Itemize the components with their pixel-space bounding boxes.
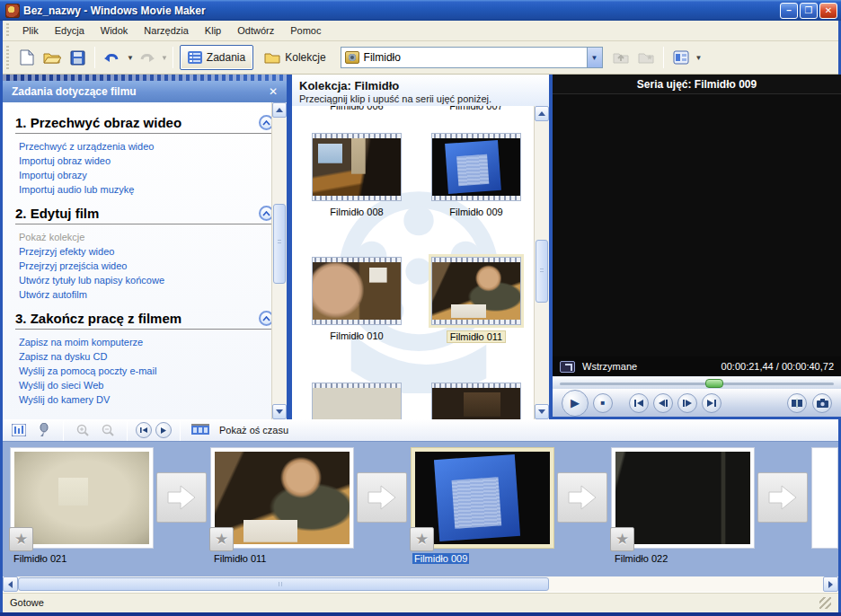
collection-scrollbar[interactable] [534, 106, 549, 419]
scroll-thumb[interactable] [18, 577, 549, 591]
link-send-dv[interactable]: Wyślij do kamery DV [19, 392, 276, 407]
redo-button[interactable] [135, 46, 158, 69]
zoom-in-button[interactable] [73, 421, 93, 439]
split-clip-button[interactable] [787, 393, 807, 413]
narrate-timeline-button[interactable] [34, 421, 54, 439]
collections-toggle-button[interactable]: Kolekcje [257, 45, 332, 70]
take-picture-button[interactable] [812, 393, 832, 413]
show-timeline-button[interactable] [190, 421, 211, 439]
empty-clip-slot[interactable] [811, 447, 838, 549]
play-storyboard-button[interactable] [155, 422, 172, 438]
link-view-transitions[interactable]: Przejrzyj przejścia wideo [19, 259, 276, 273]
seek-thumb[interactable] [705, 379, 723, 388]
views-dropdown-arrow[interactable]: ▼ [695, 54, 703, 62]
link-save-computer[interactable]: Zapisz na moim komputerze [19, 335, 276, 349]
combo-dropdown-arrow[interactable]: ▼ [587, 48, 602, 67]
stop-button[interactable]: ■ [593, 393, 613, 413]
link-make-titles[interactable]: Utwórz tytuły lub napisy końcowe [19, 273, 276, 287]
scroll-down-button[interactable] [272, 404, 287, 419]
taskpane-scrollbar[interactable] [271, 102, 287, 419]
parent-collection-button[interactable] [609, 46, 633, 69]
video-display[interactable] [553, 94, 841, 356]
effect-star-icon[interactable]: ★ [209, 527, 234, 551]
minimize-button[interactable]: – [780, 3, 798, 19]
menu-widok[interactable]: Widok [93, 22, 137, 39]
new-project-button[interactable] [15, 46, 39, 69]
link-send-web[interactable]: Wyślij do sieci Web [19, 378, 276, 392]
taskpane-close-icon[interactable]: ✕ [269, 85, 278, 98]
clip-label-partial[interactable]: Filmidło 007 [428, 106, 525, 113]
close-button[interactable]: ✕ [819, 3, 837, 19]
views-button[interactable] [669, 46, 693, 69]
storyboard-clip[interactable]: ★ [611, 447, 755, 549]
scroll-track[interactable] [535, 121, 549, 404]
scroll-thumb[interactable] [273, 204, 286, 284]
link-import-video[interactable]: Importuj obraz wideo [19, 154, 276, 168]
link-import-audio[interactable]: Importuj audio lub muzykę [19, 182, 276, 197]
transition-slot[interactable] [557, 472, 607, 523]
maximize-button[interactable]: ❒ [800, 3, 818, 19]
scroll-up-button[interactable] [272, 102, 287, 118]
forward-button[interactable] [702, 393, 721, 413]
link-save-cd[interactable]: Zapisz na dysku CD [19, 349, 276, 364]
rewind-storyboard-button[interactable] [136, 422, 152, 438]
clip-thumbnail[interactable] [431, 383, 521, 419]
menu-plik[interactable]: Plik [14, 22, 47, 39]
effect-star-icon[interactable]: ★ [610, 527, 634, 551]
link-import-pictures[interactable]: Importuj obrazy [19, 168, 276, 182]
scroll-right-button[interactable] [823, 576, 838, 592]
link-automovie[interactable]: Utwórz autofilm [19, 287, 276, 302]
seek-track[interactable] [560, 383, 834, 385]
collection-clip-selected[interactable]: Filmidło 011 [428, 257, 525, 343]
collection-clip[interactable]: Filmidło 009 [428, 133, 525, 217]
undo-dropdown[interactable]: ▼ [127, 54, 134, 62]
show-timeline-label[interactable]: Pokaż oś czasu [219, 425, 288, 436]
transition-slot[interactable] [357, 472, 407, 523]
scroll-track[interactable] [272, 118, 287, 404]
clip-label-partial[interactable]: Filmidło 006 [308, 106, 405, 113]
clip-thumbnail[interactable] [431, 257, 521, 325]
effect-star-icon[interactable]: ★ [410, 527, 434, 551]
clip-thumbnail[interactable] [312, 133, 402, 201]
menu-pomoc[interactable]: Pomoc [282, 22, 329, 39]
zoom-out-button[interactable] [98, 421, 118, 439]
link-send-email[interactable]: Wyślij za pomocą poczty e-mail [19, 364, 276, 378]
clip-thumbnail[interactable] [431, 133, 521, 201]
clip-thumbnail[interactable] [312, 257, 402, 325]
collection-clip[interactable]: Filmidło 010 [308, 257, 405, 341]
set-audio-levels-button[interactable] [9, 421, 29, 439]
undo-button[interactable] [101, 46, 124, 69]
storyboard-clip[interactable]: ★ [210, 447, 354, 549]
back-button[interactable] [629, 393, 649, 413]
save-project-button[interactable] [66, 46, 89, 69]
transition-slot[interactable] [156, 472, 207, 523]
storyboard-clip-selected[interactable]: ★ [411, 447, 554, 549]
link-capture-device[interactable]: Przechwyć z urządzenia wideo [19, 139, 276, 154]
menu-klip[interactable]: Klip [197, 22, 229, 39]
collection-clip[interactable] [308, 383, 405, 419]
resize-grip[interactable] [819, 597, 831, 609]
scroll-thumb[interactable] [536, 240, 548, 302]
menu-edycja[interactable]: Edycja [47, 22, 93, 39]
new-collection-button[interactable] [634, 46, 658, 69]
link-view-effects[interactable]: Przejrzyj efekty wideo [19, 244, 276, 259]
effect-star-icon[interactable]: ★ [9, 527, 33, 551]
collection-clip[interactable]: Filmidło 008 [308, 133, 405, 217]
redo-dropdown[interactable]: ▼ [161, 54, 168, 62]
storyboard-scrollbar[interactable] [3, 576, 838, 592]
transition-slot[interactable] [757, 472, 808, 523]
scroll-track[interactable] [18, 576, 823, 592]
menu-narzedzia[interactable]: Narzędzia [136, 22, 197, 39]
scroll-left-button[interactable] [3, 576, 18, 592]
popout-icon[interactable] [560, 361, 575, 373]
collection-clip[interactable] [428, 383, 525, 419]
scroll-up-button[interactable] [535, 106, 549, 121]
storyboard-clip[interactable]: ★ [10, 447, 154, 549]
seek-bar[interactable] [553, 376, 841, 389]
tasks-toggle-button[interactable]: Zadania [180, 45, 253, 70]
open-project-button[interactable] [40, 46, 64, 69]
previous-frame-button[interactable] [653, 393, 673, 413]
collection-combobox[interactable]: Filmidło ▼ [341, 47, 603, 68]
clip-thumbnail[interactable] [312, 383, 402, 419]
play-button[interactable]: ▶ [562, 390, 589, 417]
